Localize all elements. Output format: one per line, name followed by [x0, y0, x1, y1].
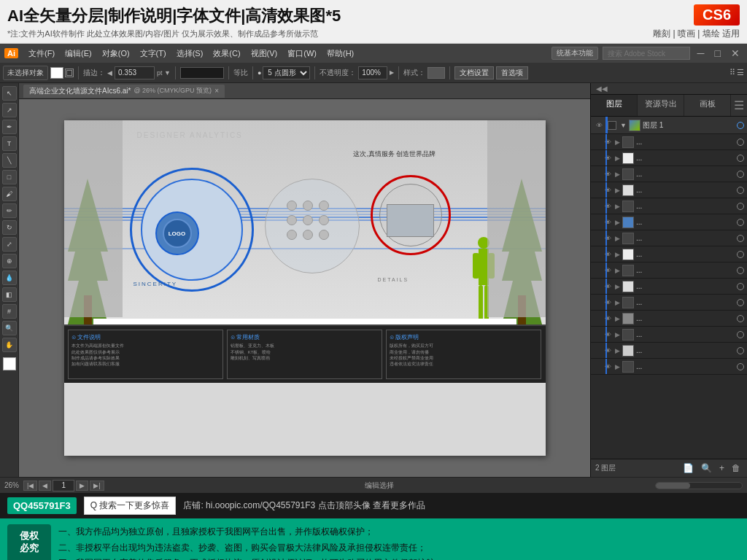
next-page-btn[interactable]: ▶: [76, 481, 88, 491]
last-page-btn[interactable]: ▶|: [90, 481, 104, 491]
menu-edit[interactable]: 编辑(E): [61, 47, 96, 61]
arrow-2[interactable]: ▶: [615, 155, 620, 162]
arrow-6[interactable]: ▶: [615, 219, 620, 226]
gradient-tool[interactable]: ◧: [2, 287, 17, 302]
eye-3[interactable]: 👁: [603, 169, 613, 179]
arrow-7[interactable]: ▶: [615, 235, 620, 242]
panel-menu-btn[interactable]: ☰: [731, 95, 747, 116]
scroll-bar[interactable]: [655, 482, 743, 489]
layer-item-9: 👁 ▶ ...: [591, 262, 747, 279]
canvas-tab-close[interactable]: ×: [214, 87, 219, 95]
canvas-tab-item[interactable]: 高端企业文化墙源文件AIcs6.ai* @ 26% (CMYK/GPU 预览) …: [23, 85, 225, 98]
fill-color[interactable]: [50, 67, 63, 79]
eye-11[interactable]: 👁: [603, 298, 613, 308]
arrow-8[interactable]: ▶: [615, 251, 620, 258]
arrow-13[interactable]: ▶: [615, 331, 620, 338]
direct-select-tool[interactable]: ↗: [2, 103, 17, 117]
adobe-stock-search[interactable]: [603, 47, 690, 60]
rotate-tool[interactable]: ↻: [2, 220, 17, 235]
minimize-btn[interactable]: ─: [694, 47, 708, 59]
eyedropper-tool[interactable]: 💧: [2, 271, 17, 285]
qq-search[interactable]: Q 搜索一下更多惊喜: [84, 497, 177, 515]
search-layer-icon[interactable]: 🔍: [699, 462, 714, 474]
eye-4[interactable]: 👁: [603, 185, 613, 195]
layer-lock[interactable]: [608, 121, 616, 130]
menu-icon[interactable]: ☰: [737, 68, 744, 77]
hand-tool[interactable]: ✋: [2, 338, 17, 352]
menu-window[interactable]: 窗口(W): [283, 47, 321, 61]
arrow-15[interactable]: ▶: [615, 363, 620, 370]
new-layer-icon[interactable]: 📄: [681, 462, 696, 474]
arrow-10[interactable]: ▶: [615, 283, 620, 290]
canvas-content[interactable]: 找图网 找图网 找图网 找图网 BRA: [19, 99, 590, 477]
eye-2[interactable]: 👁: [603, 153, 613, 163]
doc-settings-btn[interactable]: 文档设置: [454, 66, 494, 79]
arrow-4[interactable]: ▶: [615, 187, 620, 194]
select-tool[interactable]: ↖: [2, 86, 17, 101]
eye-5[interactable]: 👁: [603, 201, 613, 211]
eye-12[interactable]: 👁: [603, 314, 613, 324]
point-shape-select[interactable]: 5 点圆形: [263, 66, 310, 79]
eye-13[interactable]: 👁: [603, 330, 613, 340]
menu-effect[interactable]: 效果(C): [209, 47, 244, 61]
menu-text[interactable]: 文字(T): [136, 47, 171, 61]
fill-box[interactable]: [3, 357, 16, 370]
menu-view[interactable]: 视图(V): [247, 47, 282, 61]
arrow-9[interactable]: ▶: [615, 267, 620, 274]
dot-9: [319, 230, 329, 240]
arrow-1[interactable]: ▶: [615, 139, 620, 146]
tab-assets[interactable]: 资源导出: [638, 95, 684, 116]
eye-1[interactable]: 👁: [603, 137, 613, 147]
menu-help[interactable]: 帮助(H): [322, 47, 358, 61]
eye-6[interactable]: 👁: [603, 217, 613, 228]
delete-layer-btn[interactable]: 🗑: [729, 462, 743, 474]
arrange-icon[interactable]: ⠿: [729, 68, 735, 77]
restore-btn[interactable]: □: [712, 47, 724, 59]
eye-8[interactable]: 👁: [603, 249, 613, 260]
eye-10[interactable]: 👁: [603, 281, 613, 292]
paintbrush-tool[interactable]: 🖌: [2, 187, 17, 201]
opacity-input[interactable]: [358, 66, 387, 79]
thumb-6: [622, 217, 634, 228]
eye-14[interactable]: 👁: [603, 346, 613, 356]
arrow-12[interactable]: ▶: [615, 315, 620, 322]
preferences-btn[interactable]: 首选项: [496, 66, 528, 79]
name-10: ...: [636, 282, 735, 290]
page-number-input[interactable]: [53, 480, 74, 491]
tab-layers[interactable]: 图层: [591, 95, 638, 116]
menu-file[interactable]: 文件(F): [24, 47, 59, 61]
type-tool[interactable]: T: [2, 136, 17, 151]
prev-page-btn[interactable]: ◀: [39, 481, 51, 491]
menu-select[interactable]: 选择(S): [172, 47, 208, 61]
blend-tool[interactable]: ⊕: [2, 254, 17, 268]
zoom-tool[interactable]: 🔍: [2, 321, 17, 335]
qq-badge[interactable]: QQ455791F3: [7, 497, 77, 514]
eye-15[interactable]: 👁: [603, 362, 613, 372]
first-page-btn[interactable]: |◀: [23, 481, 37, 491]
scale-tool[interactable]: ⤢: [2, 237, 17, 252]
eye-9[interactable]: 👁: [603, 265, 613, 276]
arrow-14[interactable]: ▶: [615, 347, 620, 354]
mesh-tool[interactable]: #: [2, 304, 17, 319]
arrow-5[interactable]: ▶: [615, 203, 620, 210]
layer-main-circle: [737, 122, 744, 129]
close-btn[interactable]: ✕: [728, 47, 743, 59]
new-layer-btn[interactable]: +: [717, 462, 727, 474]
arrow-11[interactable]: ▶: [615, 299, 620, 306]
pen-tool[interactable]: ✒: [2, 120, 17, 134]
blue-bar-13: [605, 327, 607, 342]
rect-tool[interactable]: □: [2, 170, 17, 184]
logo-text: LOGO: [169, 230, 186, 237]
line-tool[interactable]: ╲: [2, 153, 17, 168]
pencil-tool[interactable]: ✏: [2, 203, 17, 218]
stroke-value-input[interactable]: [115, 66, 155, 79]
layer-expand-arrow[interactable]: ▼: [620, 122, 627, 129]
eye-7[interactable]: 👁: [603, 233, 613, 244]
tab-artboards[interactable]: 画板: [684, 95, 731, 116]
stroke-color[interactable]: [65, 69, 74, 77]
layer-eye-main[interactable]: 👁: [594, 120, 604, 131]
arrow-3[interactable]: ▶: [615, 171, 620, 178]
panel-collapse-btn[interactable]: ◀◀: [594, 85, 610, 93]
info-text-1: 本文件为高端原创矢量文件此处效果图仅供参考展示制作成品请参考实际效果如有问题请联…: [71, 343, 220, 368]
menu-object[interactable]: 对象(O): [98, 47, 134, 61]
